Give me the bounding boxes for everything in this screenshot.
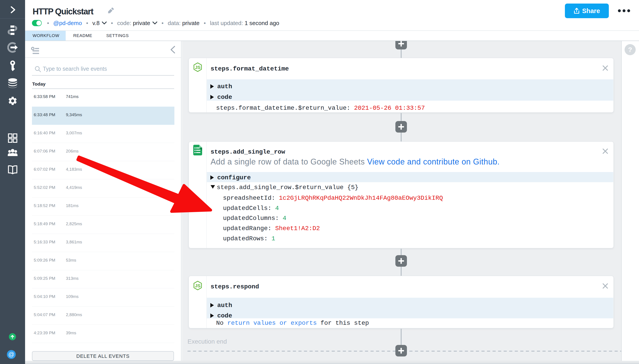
svg-text:JS: JS [195, 283, 201, 288]
svg-text:JS: JS [195, 65, 201, 70]
